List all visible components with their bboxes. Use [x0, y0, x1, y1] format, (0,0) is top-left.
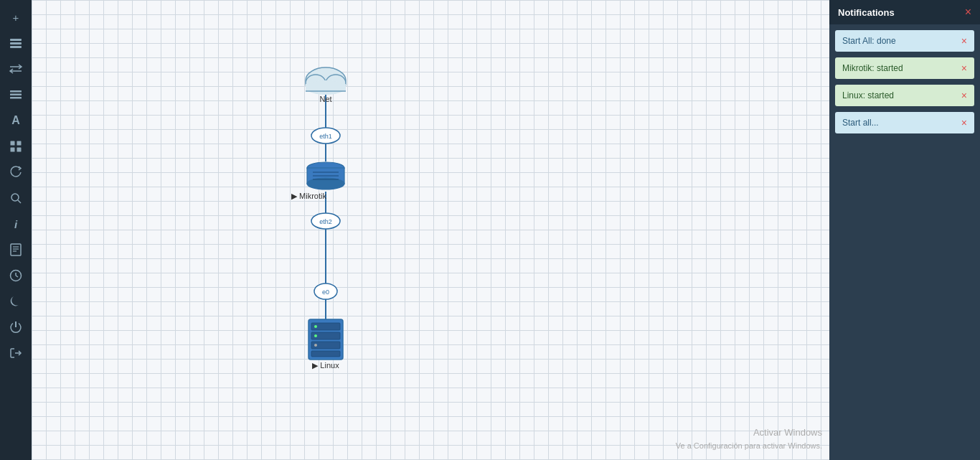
svg-rect-4: [10, 94, 22, 96]
svg-line-18: [16, 276, 18, 277]
notification-text: Start All: done: [842, 36, 896, 46]
topology-diagram: Net eth1 ▶ Mikrotik eth2: [290, 43, 362, 431]
windows-activation: Activar Windows Ve a Configuración para …: [676, 426, 822, 451]
svg-rect-1: [10, 42, 22, 44]
notifications-title: Notifications: [838, 7, 895, 18]
mikrotik-node: ▶ Mikrotik: [291, 162, 344, 200]
svg-rect-9: [17, 148, 22, 152]
notifications-body: Start All: done×Mikrotik: started×Linux:…: [829, 24, 980, 139]
notifications-header: Notifications ×: [829, 0, 980, 24]
arrows-icon[interactable]: [3, 57, 29, 80]
exit-icon[interactable]: [3, 342, 29, 365]
grid-icon[interactable]: [3, 135, 29, 158]
layers-icon[interactable]: [3, 32, 29, 55]
svg-text:Net: Net: [319, 95, 331, 103]
svg-rect-8: [11, 148, 15, 152]
notification-close-n2[interactable]: ×: [961, 63, 967, 73]
log-icon[interactable]: [3, 238, 29, 261]
notification-text: Mikrotik: started: [842, 63, 903, 73]
svg-point-50: [314, 325, 317, 328]
info-icon[interactable]: i: [3, 212, 29, 235]
svg-point-10: [11, 194, 19, 201]
notification-item-n1: Start All: done×: [835, 30, 974, 52]
eth1-badge: eth1: [311, 128, 340, 144]
notification-close-n3[interactable]: ×: [961, 90, 967, 100]
list-icon[interactable]: [3, 83, 29, 106]
moon-icon[interactable]: [3, 290, 29, 313]
notifications-panel: Notifications × Start All: done×Mikrotik…: [829, 0, 980, 460]
svg-rect-2: [10, 46, 22, 48]
svg-text:e0: e0: [322, 288, 329, 296]
notification-item-n3: Linux: started×: [835, 85, 974, 106]
svg-text:eth1: eth1: [319, 133, 332, 140]
sidebar: + A: [0, 0, 32, 460]
add-icon[interactable]: +: [3, 6, 29, 29]
notification-item-n2: Mikrotik: started×: [835, 57, 974, 79]
text-icon[interactable]: A: [3, 109, 29, 132]
notification-close-n1[interactable]: ×: [961, 36, 967, 46]
svg-rect-0: [10, 39, 22, 41]
power-icon[interactable]: [3, 316, 29, 339]
svg-rect-6: [11, 141, 15, 146]
linux-node: ▶ Linux: [308, 319, 343, 370]
notification-text: Linux: started: [842, 90, 894, 100]
svg-text:eth2: eth2: [319, 218, 332, 225]
svg-rect-3: [10, 90, 22, 93]
svg-text:▶ Mikrotik: ▶ Mikrotik: [291, 192, 326, 200]
svg-point-52: [314, 344, 317, 347]
svg-rect-5: [10, 97, 22, 99]
svg-point-51: [314, 334, 317, 337]
clock-icon[interactable]: [3, 264, 29, 287]
svg-rect-49: [311, 351, 340, 357]
notification-item-n4: Start all...×: [835, 112, 974, 133]
notification-close-n4[interactable]: ×: [961, 118, 967, 128]
svg-line-11: [18, 200, 21, 203]
zoom-icon[interactable]: [3, 187, 29, 210]
svg-rect-29: [306, 84, 346, 91]
main-canvas[interactable]: Net eth1 ▶ Mikrotik eth2: [32, 0, 980, 460]
svg-text:▶ Linux: ▶ Linux: [312, 361, 339, 370]
notifications-close-button[interactable]: ×: [965, 6, 971, 18]
svg-rect-12: [11, 244, 21, 255]
e0-badge: e0: [314, 283, 337, 299]
notification-text: Start all...: [842, 118, 879, 128]
refresh-icon[interactable]: [3, 161, 29, 184]
cloud-node: Net: [306, 67, 346, 103]
svg-rect-7: [17, 141, 22, 146]
eth2-badge: eth2: [311, 213, 340, 229]
